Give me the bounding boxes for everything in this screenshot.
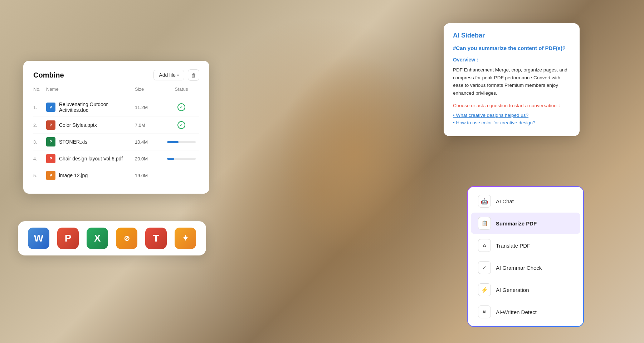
- ai-overview-title: Overview：: [453, 57, 570, 63]
- ai-summarize-icon: 📋: [478, 217, 491, 230]
- ai-detect-icon: AI: [478, 305, 491, 318]
- app-icons-bar: W P X ⊘ T ✦: [18, 221, 206, 255]
- ai-chat-item-translate[interactable]: A Translate PDF: [471, 235, 580, 256]
- status-done-icon: ✓: [177, 121, 185, 129]
- powerpoint-app-icon[interactable]: P: [57, 228, 79, 249]
- table-row: 3. P STONER.xls 10.4M: [33, 134, 199, 150]
- ai-chat-label: AI Chat: [496, 198, 514, 204]
- ppt-icon: P: [46, 120, 55, 130]
- status-done-icon: ✓: [177, 103, 185, 111]
- ai-generation-label: AI Generation: [496, 287, 529, 293]
- ai-sidebar-title: AI Sidebar: [453, 32, 570, 39]
- ai-summarize-label: Summarize PDF: [496, 220, 537, 227]
- ai-chat-card-wrapper: 🤖 AI Chat 📋 Summarize PDF A Translate PD…: [467, 186, 584, 327]
- ai-detect-label: AI-Written Detect: [496, 309, 537, 315]
- ai-link-2[interactable]: How to use color for creative design?: [453, 120, 570, 125]
- chevron-down-icon: ▾: [177, 73, 179, 77]
- table-row: 1. P Rejuvenating Outdoor Activities.doc…: [33, 98, 199, 117]
- ai-translate-icon: A: [478, 239, 491, 252]
- excel-app-icon[interactable]: X: [87, 228, 108, 249]
- xls-icon: P: [46, 137, 55, 146]
- ai-translate-label: Translate PDF: [496, 243, 530, 249]
- ai-chat-card: 🤖 AI Chat 📋 Summarize PDF A Translate PD…: [468, 187, 583, 326]
- ai-link-1[interactable]: What creative designs helped us?: [453, 113, 570, 118]
- ai-generation-icon: ⚡: [478, 283, 491, 296]
- pdf-edit-app-icon[interactable]: ⊘: [116, 228, 137, 249]
- doc-icon: P: [46, 103, 55, 112]
- combine-header: Combine Add file ▾ 🗑: [33, 69, 199, 81]
- ai-chat-item-chat[interactable]: 🤖 AI Chat: [471, 190, 580, 212]
- combine-card: Combine Add file ▾ 🗑 No. Name Size Statu…: [23, 61, 209, 194]
- table-header: No. Name Size Status: [33, 86, 199, 95]
- delete-button[interactable]: 🗑: [188, 69, 199, 81]
- ai-grammar-icon: ✓: [478, 261, 491, 274]
- text-app-icon[interactable]: T: [145, 228, 167, 249]
- table-row: 2. P Color Styles.pptx 7.0M ✓: [33, 117, 199, 134]
- combine-actions: Add file ▾ 🗑: [153, 69, 199, 81]
- ai-prompt-text: #Can you summarize the content of PDF(s)…: [453, 45, 570, 51]
- table-row: 4. P Chair design layout Vol.6.pdf 20.0M: [33, 150, 199, 167]
- ai-sidebar-card: AI Sidebar #Can you summarize the conten…: [444, 23, 580, 136]
- add-file-button[interactable]: Add file ▾: [153, 70, 184, 80]
- image-app-icon[interactable]: ✦: [175, 228, 196, 249]
- ai-overview-text: PDF Enhancement Merge, crop, organize pa…: [453, 66, 570, 97]
- progress-bar: [167, 141, 196, 143]
- ai-chat-item-generation[interactable]: ⚡ AI Generation: [471, 279, 580, 300]
- combine-title: Combine: [33, 71, 64, 79]
- progress-bar: [167, 158, 196, 160]
- ai-chat-item-summarize[interactable]: 📋 Summarize PDF: [471, 213, 580, 234]
- ai-chat-item-grammar[interactable]: ✓ AI Grammar Check: [471, 257, 580, 278]
- ai-grammar-label: AI Grammar Check: [496, 265, 542, 271]
- jpg-icon: P: [46, 171, 55, 180]
- ai-chat-robot-icon: 🤖: [478, 195, 491, 208]
- ai-choose-text: Choose or ask a question to start a conv…: [453, 103, 570, 109]
- ai-chat-item-detect[interactable]: AI AI-Written Detect: [471, 301, 580, 323]
- word-app-icon[interactable]: W: [28, 228, 49, 249]
- table-row: 5. P image 12.jpg 19.0M: [33, 167, 199, 184]
- pdf-icon: P: [46, 154, 55, 163]
